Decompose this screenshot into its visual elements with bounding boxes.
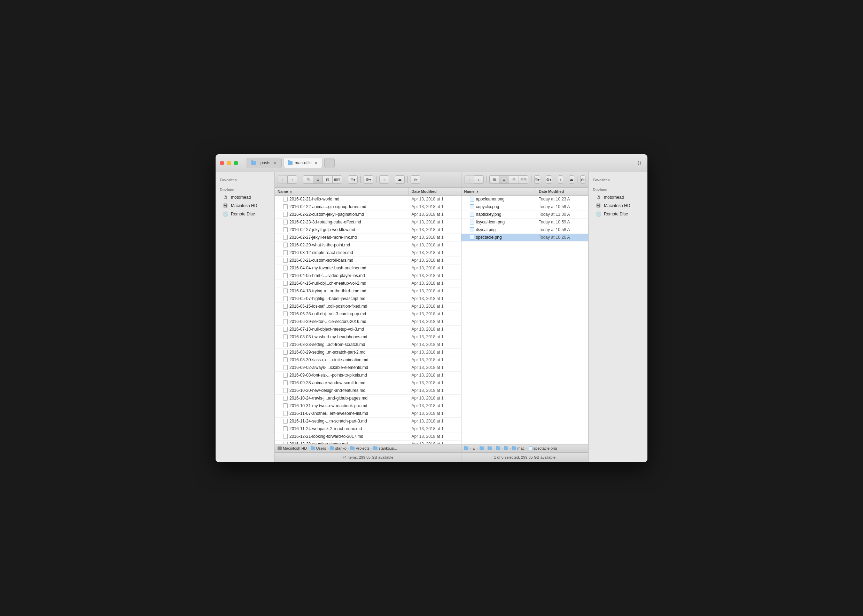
bc-l3[interactable] xyxy=(480,446,484,450)
file-row[interactable]: 2016-04-18-trying-a...or-the-third-time.… xyxy=(275,288,461,295)
file-row[interactable]: 2016-02-21-hello-world.md Apr 13, 2018 a… xyxy=(275,196,461,203)
file-row[interactable]: 2016-11-07-another...ent-awesome-list.md… xyxy=(275,410,461,418)
file-row[interactable]: 2016-04-05-html-c...-video-player-ios.md… xyxy=(275,272,461,280)
file-row[interactable]: 2016-04-04-my-favorite-bash-oneliner.md … xyxy=(275,264,461,272)
file-row[interactable]: 2016-11-24-webpack-2-react-redux.md Apr … xyxy=(275,425,461,433)
file-row[interactable]: copyclip.png Today at 10:59 A xyxy=(461,203,589,211)
file-row[interactable]: 2016-02-27-jekyll-gulp-workflow.md Apr 1… xyxy=(275,226,461,234)
file-row[interactable]: 2016-08-29-setting...m-scratch-part-2.md… xyxy=(275,349,461,357)
cover-flow-button[interactable]: ⊞⊟ xyxy=(332,175,342,184)
file-row[interactable]: 2016-09-28-animate-window-scroll-to.md A… xyxy=(275,379,461,387)
file-row[interactable]: 2016-02-22-animat...gin-signup-forms.md … xyxy=(275,203,461,211)
bc-spectacle[interactable]: spectacle.png xyxy=(529,446,557,450)
right-new-folder-button[interactable]: 🗁 xyxy=(580,175,586,184)
right-name-header[interactable]: Name ▲ xyxy=(461,188,536,195)
file-row[interactable]: 2016-10-31-my-two...ew-macbook-pro.md Ap… xyxy=(275,402,461,410)
tab-posts-close[interactable]: ✕ xyxy=(272,160,277,165)
left-name-header[interactable]: Name ▲ xyxy=(275,188,409,195)
right-action-button[interactable]: ⚙▾ xyxy=(546,175,552,184)
file-row[interactable]: 2016-10-20-new-design-and-features.md Ap… xyxy=(275,387,461,394)
bc-l5[interactable] xyxy=(496,446,500,450)
file-row[interactable]: 2016-09-02-always-...ickable-elements.md… xyxy=(275,364,461,372)
eject-button[interactable]: ⏏ xyxy=(395,175,405,184)
file-row[interactable]: 2016-05-07-highlig...-babel-javascript.m… xyxy=(275,295,461,303)
right-eject-button[interactable]: ⏏ xyxy=(569,175,574,184)
file-row[interactable]: 2016-02-22-custom-jekyll-pagination.md A… xyxy=(275,211,461,218)
file-row[interactable]: 2016-08-23-setting...act-from-scratch.md… xyxy=(275,341,461,349)
left-date-header[interactable]: Date Modified xyxy=(409,188,461,195)
file-row[interactable]: appcleaner.png Today at 10:23 A xyxy=(461,196,589,203)
sidebar-item-macintosh-hd[interactable]: 🖫 Macintosh HD xyxy=(216,201,274,210)
right-sidebar-item-macintosh-hd[interactable]: 🖫 Macintosh HD xyxy=(589,201,647,210)
tab-mac-utils-close[interactable]: ✕ xyxy=(313,160,318,165)
file-row[interactable]: 2016-06-28-null-obj...vol-3-coming-up.md… xyxy=(275,310,461,318)
left-file-list[interactable]: 2016-02-21-hello-world.md Apr 13, 2018 a… xyxy=(275,196,461,444)
file-row[interactable]: 2016-10-24-travis-j...and-github-pages.m… xyxy=(275,394,461,402)
right-sidebar-item-motorhead[interactable]: 🖥 motorhead xyxy=(589,193,647,201)
bc-l2[interactable]: ▲ xyxy=(472,446,476,450)
expand-icon[interactable]: ⟩⟩ xyxy=(636,159,643,167)
action-button[interactable]: ⚙▾ xyxy=(364,175,373,184)
bc-stanko-git[interactable]: stanko.gi... xyxy=(373,446,397,450)
file-row[interactable]: 2016-02-27-jekyll-read-more-link.md Apr … xyxy=(275,234,461,242)
file-row[interactable]: itsycal.png Today at 10:58 A xyxy=(461,226,589,234)
bc-users[interactable]: Users xyxy=(311,446,326,450)
right-back-button[interactable]: ‹ xyxy=(464,175,474,184)
file-row-selected[interactable]: spectacle.png Today at 10:26 A xyxy=(461,234,589,242)
file-row[interactable]: itsycal-icon.png Today at 10:59 A xyxy=(461,218,589,226)
new-tab-button[interactable] xyxy=(324,158,335,168)
file-date: Apr 13, 2018 at 1 xyxy=(409,204,461,209)
file-row[interactable]: 2016-09-08-font-siz-...-points-to-pixels… xyxy=(275,372,461,379)
tab-posts[interactable]: _posts ✕ xyxy=(247,158,282,168)
file-date: Apr 13, 2018 at 1 xyxy=(409,365,461,370)
minimize-button[interactable] xyxy=(227,161,231,165)
file-row[interactable]: 2016-04-15-null-obj...ch-meetup-vol-2.md… xyxy=(275,280,461,288)
bc-stanko[interactable]: stanko xyxy=(330,446,346,450)
close-button[interactable] xyxy=(220,161,224,165)
file-row[interactable]: 2016-12-21-looking-forward-to-2017.md Ap… xyxy=(275,433,461,441)
bc-projects[interactable]: Projects xyxy=(350,446,370,450)
maximize-button[interactable] xyxy=(234,161,238,165)
file-row[interactable]: 2016-06-15-ios-saf...coll-position-fixed… xyxy=(275,303,461,310)
file-row[interactable]: haptickey.png Today at 11:00 A xyxy=(461,211,589,218)
file-row[interactable]: 2016-06-29-sektor-...cle-sectors-2016.md… xyxy=(275,318,461,326)
file-row[interactable]: 2016-03-12-simple-react-slider.md Apr 13… xyxy=(275,249,461,257)
file-row[interactable]: 2016-08-03-i-washed-my-headphones.md Apr… xyxy=(275,333,461,341)
file-row[interactable]: 2016-02-23-3d-rotating-cube-effect.md Ap… xyxy=(275,218,461,226)
file-date: Today at 10:59 A xyxy=(536,220,588,225)
right-list-view[interactable]: ≡ xyxy=(499,175,509,184)
right-cover-flow[interactable]: ⊞⊟ xyxy=(518,175,528,184)
sidebar-item-remote-disc[interactable]: 💿 Remote Disc xyxy=(216,210,274,218)
file-row[interactable]: 2016-07-13-null-object-meetup-vol-3.md A… xyxy=(275,326,461,333)
right-icon-view[interactable]: ⊞ xyxy=(489,175,499,184)
back-button[interactable]: ‹ xyxy=(277,175,287,184)
right-date-header[interactable]: Date Modified xyxy=(536,188,588,195)
file-row[interactable]: 2016-02-29-what-is-the-point.md Apr 13, … xyxy=(275,242,461,249)
list-view-button[interactable]: ≡ xyxy=(313,175,323,184)
file-row[interactable]: 2016-03-21-custom-scroll-bars.md Apr 13,… xyxy=(275,257,461,264)
right-forward-button[interactable]: › xyxy=(474,175,484,184)
file-row[interactable]: 2016-08-30-sass-ra-...-circle-animation.… xyxy=(275,357,461,364)
bc-spectacle-label: spectacle.png xyxy=(534,446,557,450)
icon-view-button[interactable]: ⊞ xyxy=(303,175,313,184)
file-row[interactable]: 2016-11-24-setting-...m-scratch-part-3.m… xyxy=(275,418,461,425)
right-file-list[interactable]: appcleaner.png Today at 10:23 A copyclip… xyxy=(461,196,589,444)
arrange-button[interactable]: ⊞▾ xyxy=(348,175,357,184)
bc-macintosh-hd[interactable]: Macintosh HD xyxy=(277,446,307,450)
bc-root[interactable] xyxy=(464,446,468,450)
sidebar-item-motorhead[interactable]: 🖥 motorhead xyxy=(216,193,274,201)
right-sidebar-item-remote-disc[interactable]: 💿 Remote Disc xyxy=(589,210,647,218)
share-button[interactable]: ↑ xyxy=(379,175,389,184)
bc-mac[interactable]: mac xyxy=(512,446,524,450)
file-date: Apr 13, 2018 at 1 xyxy=(409,388,461,393)
right-arrange-button[interactable]: ⊞▾ xyxy=(534,175,540,184)
right-column-view[interactable]: ⊟ xyxy=(509,175,518,184)
right-share-button[interactable]: ↑ xyxy=(558,175,563,184)
column-view-button[interactable]: ⊟ xyxy=(323,175,332,184)
file-row[interactable]: 2016-12-28-counting-sheep.md Apr 13, 201… xyxy=(275,441,461,444)
new-folder-button[interactable]: 🗁 xyxy=(411,175,420,184)
bc-l6[interactable] xyxy=(504,446,508,450)
forward-button[interactable]: › xyxy=(287,175,297,184)
bc-l4[interactable] xyxy=(488,446,492,450)
tab-mac-utils[interactable]: mac-utils ✕ xyxy=(283,158,323,168)
